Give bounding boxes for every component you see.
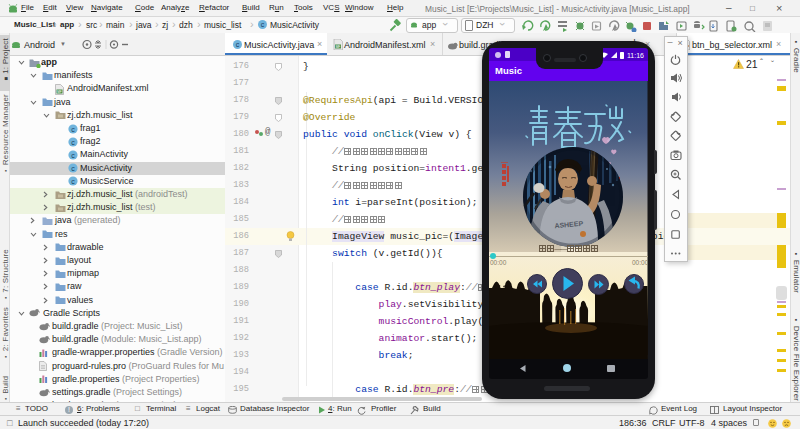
svg-text:c: c	[71, 178, 75, 185]
svg-text:c: c	[71, 125, 75, 132]
svg-text:c: c	[71, 138, 75, 145]
svg-text:c: c	[71, 165, 75, 172]
svg-text:11:16: 11:16	[627, 52, 644, 59]
svg-text:c: c	[71, 151, 75, 158]
svg-text:MF: MF	[336, 45, 341, 49]
svg-text:MF: MF	[57, 90, 61, 94]
